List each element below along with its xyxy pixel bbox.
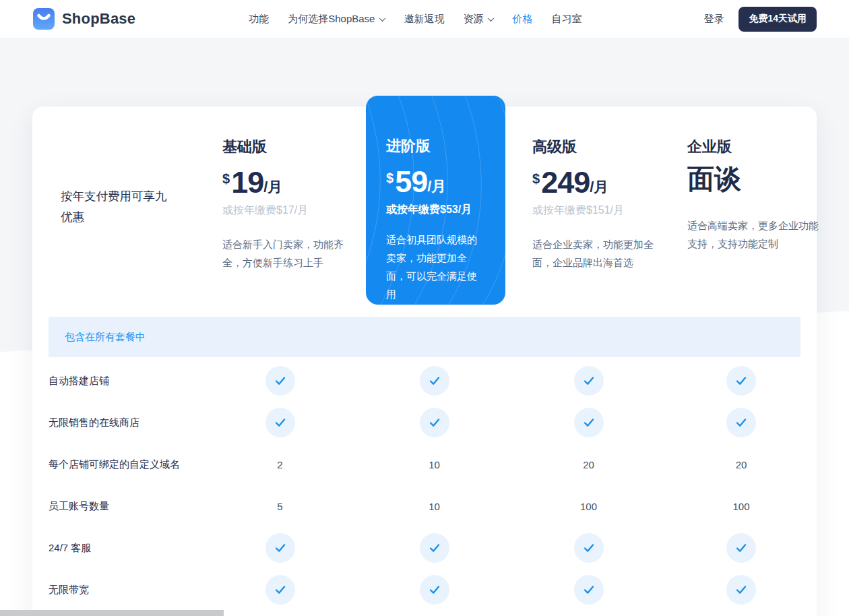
table-row: 无限销售的在线商店 <box>32 402 817 443</box>
table-row: 无限带宽 <box>32 569 817 611</box>
plan-column-enterprise: 企业版 面谈 适合高端卖家，更多企业功能支持，支持功能定制 <box>687 137 819 253</box>
feature-value <box>726 533 756 563</box>
check-icon <box>574 533 604 563</box>
feature-value: 10 <box>429 501 440 512</box>
horizontal-scrollbar-thumb[interactable] <box>0 610 224 616</box>
feature-value: 100 <box>580 501 597 512</box>
nav-menu: 功能 为何选择ShopBase 邀新返现 资源 价格 自习室 <box>249 13 581 26</box>
brand-name: ShopBase <box>62 10 135 28</box>
plan-column-pro-highlighted: 进阶版 $ 59 /月 或按年缴费$53/月 适合初具团队规模的卖家，功能更加全… <box>366 96 505 305</box>
nav-item-referral[interactable]: 邀新返现 <box>404 13 444 26</box>
check-icon <box>265 366 295 396</box>
plan-name: 进阶版 <box>386 136 485 156</box>
feature-value <box>574 575 604 605</box>
plan-name: 高级版 <box>532 137 670 157</box>
check-icon <box>265 533 295 563</box>
feature-value <box>265 575 295 605</box>
table-row: 员工账号数量 5 10 100 100 <box>32 485 817 527</box>
check-icon <box>420 575 449 605</box>
check-icon <box>265 575 295 605</box>
plan-description: 适合企业卖家，功能更加全面，企业品牌出海首选 <box>532 235 670 272</box>
feature-label: 无限带宽 <box>32 584 203 596</box>
plan-price: $ 249 /月 <box>532 168 670 197</box>
plan-annual-price: 或按年缴费$53/月 <box>386 203 485 217</box>
plan-annual-price: 或按年缴费$17/月 <box>222 204 354 218</box>
feature-label: 员工账号数量 <box>32 500 203 513</box>
plan-column-advanced: 高级版 $ 249 /月 或按年缴费$151/月 适合企业卖家，功能更加全面，企… <box>532 137 670 272</box>
plan-name: 基础版 <box>222 137 354 157</box>
top-navbar: ShopBase 功能 为何选择ShopBase 邀新返现 资源 价格 自习室 … <box>0 0 849 38</box>
section-bar-label: 包含在所有套餐中 <box>65 331 146 344</box>
nav-item-pricing[interactable]: 价格 <box>512 13 532 26</box>
pricing-card: 按年支付费用可享九优惠 基础版 $ 19 /月 或按年缴费$17/月 适合新手入… <box>32 106 817 616</box>
nav-item-features[interactable]: 功能 <box>249 13 269 26</box>
brand-logo[interactable]: ShopBase <box>32 7 135 30</box>
plan-column-basic: 基础版 $ 19 /月 或按年缴费$17/月 适合新手入门卖家，功能齐全，方便新… <box>222 137 354 272</box>
feature-value <box>726 575 756 605</box>
feature-value <box>420 366 449 396</box>
feature-value <box>574 533 604 563</box>
login-link[interactable]: 登录 <box>703 13 724 26</box>
feature-value: 20 <box>583 459 594 470</box>
nav-item-academy[interactable]: 自习室 <box>551 13 581 26</box>
feature-table: 自动搭建店铺 无限销售的在线商店 每个店铺可绑定的自定义域名 2 10 20 2… <box>32 360 817 611</box>
feature-value <box>726 366 756 396</box>
feature-value <box>265 366 295 396</box>
nav-item-resources[interactable]: 资源 <box>463 13 493 26</box>
free-trial-button[interactable]: 免费14天试用 <box>738 7 817 32</box>
plan-annual-price: 或按年缴费$151/月 <box>532 204 670 218</box>
included-in-all-plans-bar: 包含在所有套餐中 <box>49 317 800 357</box>
nav-right-group: 登录 免费14天试用 <box>703 7 817 32</box>
plan-name: 企业版 <box>687 137 819 157</box>
nav-item-why-shopbase[interactable]: 为何选择ShopBase <box>288 13 385 26</box>
feature-value <box>726 408 756 437</box>
feature-label: 24/7 客服 <box>32 542 203 555</box>
feature-label: 无限销售的在线商店 <box>32 417 203 429</box>
check-icon <box>726 408 756 437</box>
annual-discount-note: 按年支付费用可享九优惠 <box>61 186 168 228</box>
check-icon <box>420 366 449 396</box>
feature-value <box>574 366 604 396</box>
feature-value: 2 <box>277 459 282 470</box>
plan-description: 适合新手入门卖家，功能齐全，方便新手练习上手 <box>222 235 354 272</box>
plan-description: 适合初具团队规模的卖家，功能更加全面，可以完全满足使用 <box>386 230 485 303</box>
feature-value: 20 <box>736 459 747 470</box>
check-icon <box>574 408 604 437</box>
feature-value: 5 <box>277 501 282 512</box>
table-row: 24/7 客服 <box>32 527 817 569</box>
check-icon <box>726 366 756 396</box>
feature-label: 每个店铺可绑定的自定义域名 <box>32 458 203 471</box>
check-icon <box>726 533 756 563</box>
check-icon <box>574 575 604 605</box>
check-icon <box>574 366 604 396</box>
feature-value <box>420 533 449 563</box>
chevron-down-icon <box>379 15 386 22</box>
chevron-down-icon <box>488 15 495 22</box>
plan-price: $ 19 /月 <box>222 168 354 197</box>
feature-value: 10 <box>429 459 440 470</box>
feature-value: 100 <box>732 501 749 512</box>
feature-value <box>420 575 449 605</box>
feature-label: 自动搭建店铺 <box>32 375 203 388</box>
feature-value <box>574 408 604 437</box>
check-icon <box>265 408 295 437</box>
check-icon <box>420 408 449 437</box>
check-icon <box>726 575 756 605</box>
pricing-page: ShopBase 功能 为何选择ShopBase 邀新返现 资源 价格 自习室 … <box>0 0 849 616</box>
feature-value <box>420 408 449 437</box>
plan-price-text: 面谈 <box>687 164 819 193</box>
table-row: 每个店铺可绑定的自定义域名 2 10 20 20 <box>32 443 817 485</box>
plan-price: $ 59 /月 <box>386 167 485 197</box>
feature-value <box>265 533 295 563</box>
shopbase-bag-icon <box>32 7 55 30</box>
plan-description: 适合高端卖家，更多企业功能支持，支持功能定制 <box>687 216 819 253</box>
feature-value <box>265 408 295 437</box>
check-icon <box>420 533 449 563</box>
table-row: 自动搭建店铺 <box>32 360 817 402</box>
